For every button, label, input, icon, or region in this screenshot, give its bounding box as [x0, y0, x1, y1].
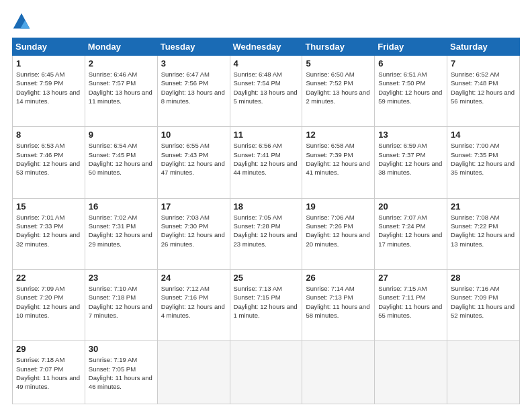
table-row: 28 Sunrise: 7:16 AMSunset: 7:09 PMDaylig… — [447, 270, 520, 341]
table-row: 8 Sunrise: 6:53 AMSunset: 7:46 PMDayligh… — [13, 127, 85, 198]
day-number: 4 — [234, 58, 299, 68]
table-row: 15 Sunrise: 7:01 AMSunset: 7:33 PMDaylig… — [13, 198, 85, 269]
day-info: Sunrise: 7:08 AMSunset: 7:22 PMDaylight:… — [451, 213, 516, 248]
day-number: 9 — [89, 130, 154, 140]
day-number: 28 — [451, 273, 516, 283]
table-row — [447, 341, 520, 404]
col-wednesday: Wednesday — [230, 38, 302, 56]
day-info: Sunrise: 6:47 AMSunset: 7:56 PMDaylight:… — [161, 70, 226, 105]
table-row: 23 Sunrise: 7:10 AMSunset: 7:18 PMDaylig… — [85, 270, 157, 341]
day-info: Sunrise: 7:16 AMSunset: 7:09 PMDaylight:… — [451, 284, 516, 320]
col-saturday: Saturday — [447, 38, 520, 56]
logo — [12, 12, 34, 31]
day-info: Sunrise: 6:53 AMSunset: 7:46 PMDaylight:… — [16, 141, 81, 177]
day-info: Sunrise: 7:13 AMSunset: 7:15 PMDaylight:… — [234, 284, 299, 320]
day-info: Sunrise: 6:45 AMSunset: 7:59 PMDaylight:… — [16, 70, 81, 105]
day-number: 25 — [234, 273, 299, 283]
table-row: 3 Sunrise: 6:47 AMSunset: 7:56 PMDayligh… — [157, 56, 230, 127]
table-row: 4 Sunrise: 6:48 AMSunset: 7:54 PMDayligh… — [230, 56, 302, 127]
table-row: 9 Sunrise: 6:54 AMSunset: 7:45 PMDayligh… — [85, 127, 157, 198]
table-row: 10 Sunrise: 6:55 AMSunset: 7:43 PMDaylig… — [157, 127, 230, 198]
table-row: 24 Sunrise: 7:12 AMSunset: 7:16 PMDaylig… — [157, 270, 230, 341]
day-number: 2 — [89, 58, 154, 68]
table-row: 21 Sunrise: 7:08 AMSunset: 7:22 PMDaylig… — [447, 198, 520, 269]
table-row: 25 Sunrise: 7:13 AMSunset: 7:15 PMDaylig… — [230, 270, 302, 341]
table-row: 1 Sunrise: 6:45 AMSunset: 7:59 PMDayligh… — [13, 56, 85, 127]
table-row: 6 Sunrise: 6:51 AMSunset: 7:50 PMDayligh… — [375, 56, 447, 127]
day-info: Sunrise: 6:59 AMSunset: 7:37 PMDaylight:… — [378, 141, 443, 177]
day-number: 17 — [161, 201, 226, 212]
day-info: Sunrise: 6:51 AMSunset: 7:50 PMDaylight:… — [378, 70, 443, 105]
table-row: 29 Sunrise: 7:18 AMSunset: 7:07 PMDaylig… — [13, 341, 85, 404]
table-row: 30 Sunrise: 7:19 AMSunset: 7:05 PMDaylig… — [85, 341, 157, 404]
day-info: Sunrise: 7:00 AMSunset: 7:35 PMDaylight:… — [451, 141, 516, 177]
calendar-header-row: Sunday Monday Tuesday Wednesday Thursday… — [13, 38, 520, 56]
day-info: Sunrise: 7:03 AMSunset: 7:30 PMDaylight:… — [161, 213, 226, 248]
col-sunday: Sunday — [13, 38, 85, 56]
day-number: 11 — [234, 130, 299, 140]
day-info: Sunrise: 7:01 AMSunset: 7:33 PMDaylight:… — [16, 213, 81, 248]
table-row: 5 Sunrise: 6:50 AMSunset: 7:52 PMDayligh… — [302, 56, 375, 127]
day-info: Sunrise: 6:48 AMSunset: 7:54 PMDaylight:… — [234, 70, 299, 105]
table-row — [302, 341, 375, 404]
day-info: Sunrise: 7:19 AMSunset: 7:05 PMDaylight:… — [89, 355, 154, 391]
day-number: 7 — [451, 58, 516, 68]
day-number: 26 — [306, 273, 371, 283]
day-number: 13 — [378, 130, 443, 140]
calendar: Sunday Monday Tuesday Wednesday Thursday… — [12, 38, 520, 404]
day-info: Sunrise: 6:55 AMSunset: 7:43 PMDaylight:… — [161, 141, 226, 177]
table-row: 20 Sunrise: 7:07 AMSunset: 7:24 PMDaylig… — [375, 198, 447, 269]
day-number: 6 — [378, 58, 443, 68]
day-info: Sunrise: 7:14 AMSunset: 7:13 PMDaylight:… — [306, 284, 371, 320]
day-number: 21 — [451, 201, 516, 212]
col-monday: Monday — [85, 38, 157, 56]
table-row: 12 Sunrise: 6:58 AMSunset: 7:39 PMDaylig… — [302, 127, 375, 198]
day-info: Sunrise: 7:10 AMSunset: 7:18 PMDaylight:… — [89, 284, 154, 320]
day-number: 16 — [89, 201, 154, 212]
day-number: 12 — [306, 130, 371, 140]
day-number: 15 — [16, 201, 81, 212]
day-info: Sunrise: 7:12 AMSunset: 7:16 PMDaylight:… — [161, 284, 226, 320]
day-info: Sunrise: 6:54 AMSunset: 7:45 PMDaylight:… — [89, 141, 154, 177]
table-row — [157, 341, 230, 404]
table-row: 2 Sunrise: 6:46 AMSunset: 7:57 PMDayligh… — [85, 56, 157, 127]
header — [12, 12, 520, 31]
day-number: 10 — [161, 130, 226, 140]
day-number: 30 — [89, 344, 154, 354]
day-number: 1 — [16, 58, 81, 68]
day-number: 18 — [234, 201, 299, 212]
day-info: Sunrise: 7:18 AMSunset: 7:07 PMDaylight:… — [16, 355, 81, 391]
table-row: 18 Sunrise: 7:05 AMSunset: 7:28 PMDaylig… — [230, 198, 302, 269]
day-number: 14 — [451, 130, 516, 140]
table-row: 26 Sunrise: 7:14 AMSunset: 7:13 PMDaylig… — [302, 270, 375, 341]
table-row: 22 Sunrise: 7:09 AMSunset: 7:20 PMDaylig… — [13, 270, 85, 341]
page: Sunday Monday Tuesday Wednesday Thursday… — [0, 0, 532, 411]
table-row — [375, 341, 447, 404]
table-row: 27 Sunrise: 7:15 AMSunset: 7:11 PMDaylig… — [375, 270, 447, 341]
day-info: Sunrise: 6:58 AMSunset: 7:39 PMDaylight:… — [306, 141, 371, 177]
table-row: 13 Sunrise: 6:59 AMSunset: 7:37 PMDaylig… — [375, 127, 447, 198]
day-number: 5 — [306, 58, 371, 68]
logo-icon — [12, 12, 31, 31]
day-number: 19 — [306, 201, 371, 212]
table-row: 17 Sunrise: 7:03 AMSunset: 7:30 PMDaylig… — [157, 198, 230, 269]
day-info: Sunrise: 7:07 AMSunset: 7:24 PMDaylight:… — [378, 213, 443, 248]
col-tuesday: Tuesday — [157, 38, 230, 56]
table-row: 11 Sunrise: 6:56 AMSunset: 7:41 PMDaylig… — [230, 127, 302, 198]
table-row: 16 Sunrise: 7:02 AMSunset: 7:31 PMDaylig… — [85, 198, 157, 269]
day-info: Sunrise: 7:02 AMSunset: 7:31 PMDaylight:… — [89, 213, 154, 248]
day-info: Sunrise: 7:09 AMSunset: 7:20 PMDaylight:… — [16, 284, 81, 320]
table-row — [230, 341, 302, 404]
day-number: 22 — [16, 273, 81, 283]
day-number: 8 — [16, 130, 81, 140]
col-friday: Friday — [375, 38, 447, 56]
table-row: 19 Sunrise: 7:06 AMSunset: 7:26 PMDaylig… — [302, 198, 375, 269]
day-number: 29 — [16, 344, 81, 354]
day-number: 3 — [161, 58, 226, 68]
day-info: Sunrise: 7:06 AMSunset: 7:26 PMDaylight:… — [306, 213, 371, 248]
day-info: Sunrise: 6:56 AMSunset: 7:41 PMDaylight:… — [234, 141, 299, 177]
day-number: 24 — [161, 273, 226, 283]
day-number: 27 — [378, 273, 443, 283]
day-number: 23 — [89, 273, 154, 283]
day-info: Sunrise: 7:15 AMSunset: 7:11 PMDaylight:… — [378, 284, 443, 320]
